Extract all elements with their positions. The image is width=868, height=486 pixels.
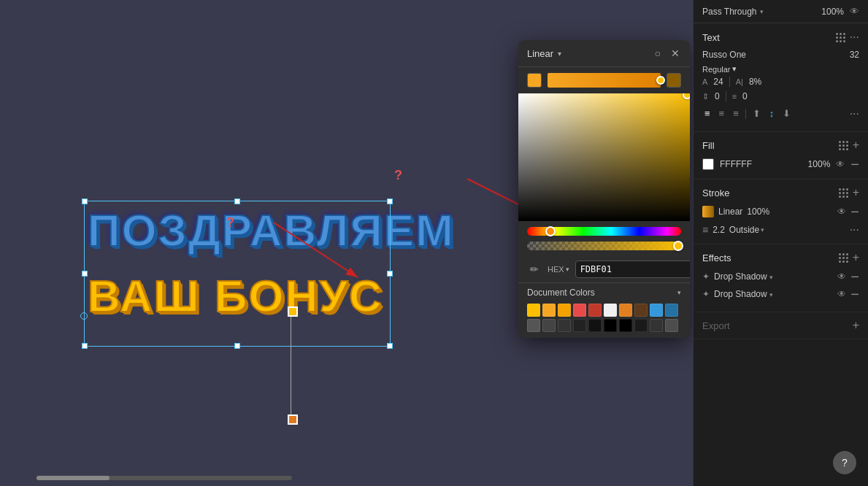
- handle-tr[interactable]: [387, 198, 393, 204]
- color-stop-top[interactable]: [288, 306, 298, 317]
- doc-colors-arrow[interactable]: ▾: [677, 289, 681, 296]
- valign-top-button[interactable]: ⬆: [750, 106, 763, 121]
- opacity-track[interactable]: [527, 242, 681, 250]
- handle-mt[interactable]: [234, 198, 240, 204]
- swatch-11[interactable]: [527, 319, 540, 332]
- effects-visibility-2[interactable]: 👁: [837, 289, 846, 299]
- stroke-visibility-icon[interactable]: 👁: [837, 207, 846, 217]
- font-size[interactable]: 32: [850, 50, 859, 60]
- stroke-color-swatch[interactable]: [702, 206, 714, 217]
- fill-color-swatch[interactable]: [702, 158, 714, 170]
- swatch-4[interactable]: [573, 304, 586, 317]
- line-height-value[interactable]: 24: [713, 77, 723, 87]
- stroke-section: Stroke + Linear 100% 👁 − ≡ 2.2 Outside: [694, 180, 868, 244]
- swatch-14[interactable]: [573, 319, 586, 332]
- effects-grid-icon[interactable]: [839, 253, 848, 263]
- fill-visibility-icon[interactable]: 👁: [836, 159, 845, 169]
- fill-remove-button[interactable]: −: [850, 157, 859, 171]
- effects-label-2[interactable]: Drop Shadow ▾: [714, 289, 833, 299]
- effects-remove-2[interactable]: −: [850, 287, 859, 301]
- opacity-thumb[interactable]: [673, 241, 683, 251]
- text-grid-icon[interactable]: [836, 33, 845, 42]
- gradient-stop-right[interactable]: [667, 73, 681, 88]
- align-center-button[interactable]: ≡: [717, 106, 727, 121]
- effects-visibility-1[interactable]: 👁: [837, 271, 846, 282]
- stroke-color-label[interactable]: Linear: [718, 207, 742, 217]
- swatch-7[interactable]: [619, 304, 632, 317]
- font-style-select[interactable]: Regular ▾: [702, 64, 737, 74]
- font-name[interactable]: Russo One: [702, 50, 746, 60]
- stroke-remove-button[interactable]: −: [850, 204, 859, 219]
- stroke-more-button[interactable]: ···: [850, 223, 859, 236]
- swatch-6[interactable]: [604, 304, 617, 317]
- visibility-icon[interactable]: 👁: [850, 6, 859, 17]
- align-right-button[interactable]: ≡: [731, 106, 741, 121]
- spacing-divider: [726, 91, 726, 101]
- hue-thumb[interactable]: [545, 226, 556, 236]
- align-left-button[interactable]: ≡: [702, 106, 713, 121]
- text-align-more-button[interactable]: ···: [850, 107, 859, 120]
- hue-slider[interactable]: [527, 227, 681, 236]
- gradient-cursor[interactable]: [683, 93, 690, 99]
- fill-grid-icon[interactable]: [839, 141, 848, 150]
- stroke-add-button[interactable]: +: [853, 187, 859, 198]
- picker-close-button[interactable]: ✕: [669, 46, 681, 61]
- swatch-2[interactable]: [542, 304, 556, 317]
- blend-mode-selector[interactable]: Pass Through ▾: [702, 7, 764, 17]
- fill-color-value[interactable]: FFFFFF: [720, 159, 802, 169]
- swatch-16[interactable]: [604, 319, 617, 332]
- stroke-grid-icon[interactable]: [839, 188, 848, 198]
- help-button[interactable]: ?: [833, 451, 856, 474]
- eyedropper-button[interactable]: ✏: [527, 262, 542, 277]
- stroke-opacity-value[interactable]: 100%: [747, 207, 769, 217]
- color-stop-bottom[interactable]: [288, 414, 298, 425]
- handle-bl[interactable]: [82, 343, 88, 349]
- swatch-10[interactable]: [665, 304, 678, 317]
- swatch-13[interactable]: [558, 319, 571, 332]
- fill-opacity-value[interactable]: 100%: [808, 159, 831, 169]
- swatch-12[interactable]: [542, 319, 556, 332]
- fill-add-button[interactable]: +: [853, 139, 859, 151]
- h-spacing-icon: ≡: [732, 92, 737, 101]
- stroke-width-value[interactable]: 2.2: [713, 225, 725, 235]
- gradient-bar[interactable]: [548, 73, 661, 88]
- hex-label: HEX ▾: [548, 265, 569, 274]
- gradient-handle-right[interactable]: [656, 76, 665, 85]
- picker-style-toggle[interactable]: ○: [653, 46, 662, 61]
- hex-label-arrow[interactable]: ▾: [566, 266, 569, 273]
- gradient-stop-left[interactable]: [527, 73, 542, 88]
- handle-mb[interactable]: [234, 343, 240, 349]
- swatch-15[interactable]: [588, 319, 602, 332]
- swatch-3[interactable]: [558, 304, 571, 317]
- swatch-19[interactable]: [650, 319, 663, 332]
- h-spacing-value[interactable]: 0: [742, 91, 748, 101]
- stroke-position-selector[interactable]: Outside ▾: [729, 225, 764, 235]
- swatch-17[interactable]: [619, 319, 632, 332]
- canvas-scrollbar[interactable]: [37, 476, 292, 480]
- text-more-button[interactable]: ···: [850, 31, 859, 44]
- handle-ml[interactable]: [82, 271, 88, 277]
- handle-mr[interactable]: [387, 271, 393, 277]
- metrics-divider: [729, 77, 730, 87]
- rotation-handle[interactable]: [80, 312, 88, 320]
- handle-br[interactable]: [387, 343, 393, 349]
- swatch-18[interactable]: [634, 319, 648, 332]
- valign-bottom-button[interactable]: ⬇: [780, 106, 793, 121]
- picker-title-arrow[interactable]: ▾: [558, 50, 561, 58]
- effects-add-button[interactable]: +: [853, 252, 859, 263]
- effects-remove-1[interactable]: −: [850, 269, 859, 284]
- swatch-9[interactable]: [650, 304, 663, 317]
- stroke-style-icon[interactable]: ≡: [702, 224, 708, 236]
- swatch-8[interactable]: [634, 304, 648, 317]
- color-gradient-area[interactable]: [518, 93, 690, 221]
- valign-middle-button[interactable]: ↕: [767, 106, 777, 121]
- effects-label-1[interactable]: Drop Shadow ▾: [714, 271, 833, 282]
- v-spacing-value[interactable]: 0: [715, 91, 720, 101]
- export-add-button[interactable]: +: [853, 320, 859, 331]
- handle-tl[interactable]: [82, 198, 88, 204]
- swatch-5[interactable]: [588, 304, 602, 317]
- swatch-1[interactable]: [527, 304, 540, 317]
- hex-input[interactable]: [575, 261, 690, 278]
- letter-spacing-value[interactable]: 8%: [749, 77, 761, 87]
- swatch-20[interactable]: [665, 319, 678, 332]
